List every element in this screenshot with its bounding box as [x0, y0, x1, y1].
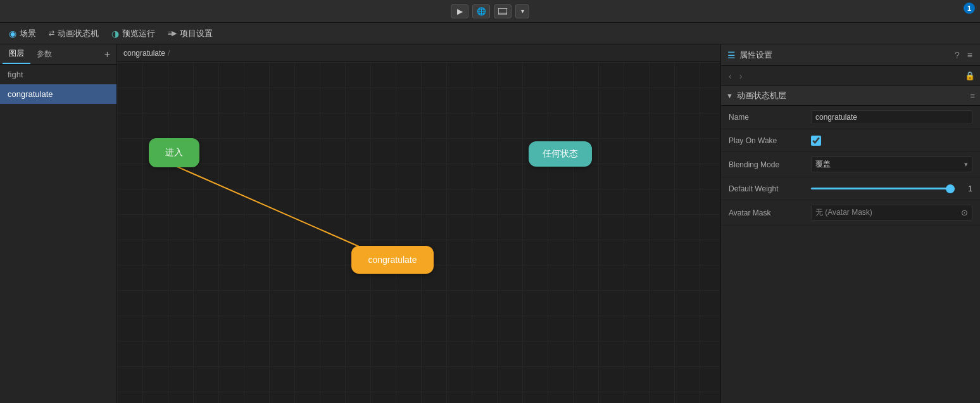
- canvas-area: congratulate / 进入 任何状态: [117, 44, 720, 403]
- dropdown-button[interactable]: ▾: [515, 4, 529, 18]
- prop-blending-mode-row: Blending Mode 覆盖 ▾: [721, 152, 980, 177]
- section-menu-button[interactable]: ≡: [970, 91, 975, 101]
- section-chevron: ▼: [726, 92, 733, 99]
- right-panel: ☰ 属性设置 ? ≡ ‹ › 🔒 ▼ 动画状态机层 ≡ Name congrat…: [720, 44, 980, 403]
- menu-preview-label: 预览运行: [122, 28, 155, 39]
- menu-scene-label: 场景: [20, 28, 36, 39]
- menu-project[interactable]: ≡▶ 项目设置: [161, 23, 219, 44]
- play-button[interactable]: ▶: [451, 4, 468, 18]
- avatar-mask-select-button[interactable]: ⊙: [961, 208, 968, 217]
- help-button[interactable]: ?: [953, 49, 961, 61]
- congratulate-node[interactable]: congratulate: [351, 246, 434, 274]
- menu-anim-state-label: 动画状态机: [58, 28, 99, 39]
- entry-node[interactable]: 进入: [149, 138, 199, 167]
- right-panel-actions: ? ≡: [953, 49, 974, 61]
- top-bar: ▶ 🌐 ▾ 1: [0, 0, 980, 23]
- prop-avatar-mask-row: Avatar Mask 无 (Avatar Mask) ⊙: [721, 200, 980, 226]
- top-bar-controls: ▶ 🌐 ▾: [451, 4, 529, 18]
- prop-avatar-mask-text: 无 (Avatar Mask): [815, 207, 872, 218]
- tab-layers[interactable]: 图层: [3, 44, 30, 64]
- properties-icon: ☰: [727, 50, 736, 60]
- breadcrumb-root: congratulate: [123, 49, 165, 58]
- menu-bar: ◉ 场景 ⇄ 动画状态机 ◑ 预览运行 ≡▶ 项目设置: [0, 23, 980, 44]
- project-icon: ≡▶: [168, 29, 177, 37]
- globe-button[interactable]: 🌐: [472, 4, 490, 18]
- tab-params[interactable]: 参数: [30, 45, 58, 63]
- prop-default-weight-slider-container: 1: [811, 184, 972, 193]
- layer-item-congratulate[interactable]: congratulate: [0, 84, 116, 104]
- canvas-grid[interactable]: 进入 任何状态 congratulate: [117, 62, 720, 403]
- congratulate-node-label: congratulate: [368, 255, 417, 265]
- menu-anim-state[interactable]: ⇄ 动画状态机: [42, 23, 105, 44]
- prop-name-value[interactable]: congratulate: [811, 110, 972, 124]
- preview-icon: ◑: [111, 29, 119, 39]
- layer-item-fight[interactable]: fight: [0, 65, 116, 84]
- main-content: 图层 参数 + fight congratulate congratulate …: [0, 44, 980, 403]
- prop-blending-mode-value: 覆盖: [815, 159, 831, 170]
- section-title: 动画状态机层: [737, 90, 786, 101]
- prop-play-on-wake-label: Play On Wake: [729, 136, 811, 145]
- prop-play-on-wake-row: Play On Wake: [721, 129, 980, 152]
- prop-play-on-wake-checkbox[interactable]: [811, 136, 821, 146]
- menu-scene[interactable]: ◉ 场景: [3, 23, 42, 44]
- nav-forward-button[interactable]: ›: [737, 70, 745, 82]
- properties-section: ▼ 动画状态机层 ≡ Name congratulate Play On Wak…: [721, 86, 980, 226]
- prop-avatar-mask-label: Avatar Mask: [729, 208, 811, 217]
- entry-node-label: 进入: [165, 147, 183, 158]
- prop-default-weight-label: Default Weight: [729, 184, 811, 193]
- dropdown-arrow-icon: ▾: [964, 160, 968, 169]
- panel-menu-button[interactable]: ≡: [966, 49, 974, 61]
- prop-avatar-mask-value: 无 (Avatar Mask) ⊙: [811, 205, 972, 221]
- prop-default-weight-slider[interactable]: [811, 188, 955, 189]
- breadcrumb: congratulate /: [117, 44, 720, 62]
- prop-name-row: Name congratulate: [721, 106, 980, 129]
- notification-badge: 1: [964, 3, 975, 14]
- right-panel-header: ☰ 属性设置 ? ≡: [721, 44, 980, 66]
- canvas-arrows: [117, 62, 720, 403]
- any-state-node-label: 任何状态: [543, 148, 578, 160]
- prop-blending-mode-label: Blending Mode: [729, 160, 811, 169]
- device-button[interactable]: [494, 4, 512, 18]
- prop-default-weight-row: Default Weight 1: [721, 177, 980, 200]
- section-header[interactable]: ▼ 动画状态机层 ≡: [721, 86, 980, 106]
- scene-icon: ◉: [9, 29, 16, 39]
- left-panel-tabs: 图层 参数 +: [0, 44, 116, 65]
- add-layer-button[interactable]: +: [101, 46, 114, 63]
- breadcrumb-separator: /: [168, 49, 170, 58]
- nav-back-button[interactable]: ‹: [726, 70, 734, 82]
- right-panel-title: 属性设置: [739, 49, 772, 61]
- prop-blending-mode-dropdown[interactable]: 覆盖 ▾: [811, 157, 972, 172]
- any-state-node[interactable]: 任何状态: [529, 141, 592, 167]
- anim-state-icon: ⇄: [49, 29, 54, 37]
- lock-button[interactable]: 🔒: [965, 71, 975, 80]
- left-panel: 图层 参数 + fight congratulate: [0, 44, 117, 403]
- prop-name-label: Name: [729, 113, 811, 122]
- prop-default-weight-value: 1: [960, 184, 972, 193]
- menu-preview[interactable]: ◑ 预览运行: [105, 23, 161, 44]
- menu-project-label: 项目设置: [180, 28, 213, 39]
- nav-buttons: ‹ › 🔒: [721, 66, 980, 86]
